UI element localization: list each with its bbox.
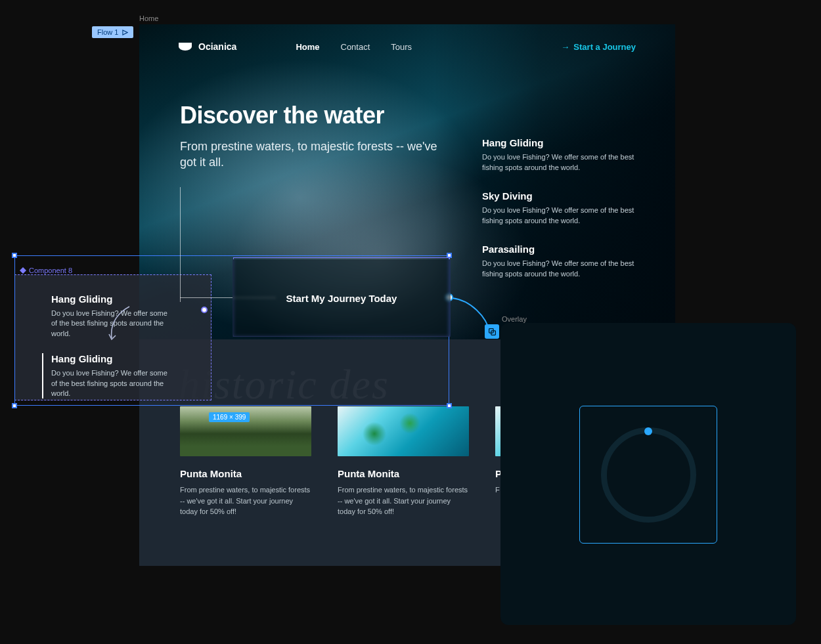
hero-subtitle: From prestine waters, to majestic forest…	[180, 139, 456, 171]
resize-handle[interactable]	[12, 403, 17, 408]
activity-list: Hang Gliding Do you love Fishing? We off…	[482, 137, 648, 297]
cta-banner-label: Start My Journey Today	[286, 293, 397, 304]
item-desc: Do you love Fishing? We offer some of th…	[51, 309, 175, 339]
card-desc: From prestine waters, to majestic forest…	[180, 484, 311, 517]
nav-item-contact[interactable]: Contact	[341, 42, 370, 52]
activity-item[interactable]: Hang Gliding Do you love Fishing? We off…	[482, 137, 648, 173]
topbar: Ocianica Home Contact Tours → Start a Jo…	[139, 24, 675, 52]
flow-badge-text: Flow 1	[97, 28, 118, 36]
nav-item-home[interactable]: Home	[296, 42, 319, 52]
card-title: Punta Monita	[338, 468, 469, 479]
component-icon	[20, 267, 26, 274]
arrow-right-icon: →	[561, 42, 569, 52]
hero-title: Discover the water	[180, 102, 456, 129]
svg-marker-1	[20, 267, 26, 274]
item-desc: Do you love Fishing? We offer some of th…	[51, 368, 175, 398]
list-item[interactable]: Hang Gliding Do you love Fishing? We off…	[51, 293, 175, 339]
destination-card[interactable]: Punta Monita From prestine waters, to ma…	[338, 406, 469, 517]
activity-title: Parasailing	[482, 244, 648, 255]
overlay-frame-label[interactable]: Overlay	[502, 315, 527, 323]
component-label[interactable]: Component 8	[20, 267, 72, 274]
card-desc: From prestine waters, to majestic forest…	[338, 484, 469, 517]
brand-name: Ocianica	[198, 41, 236, 52]
nav-item-tours[interactable]: Tours	[391, 42, 412, 52]
component-label-text: Component 8	[29, 267, 72, 274]
logo-icon	[179, 43, 192, 51]
cta-banner[interactable]: Start My Journey Today	[233, 259, 451, 337]
interaction-icon[interactable]	[485, 324, 499, 339]
activity-desc: Do you love Fishing? We offer some of th…	[482, 152, 648, 173]
component8-frame[interactable]: Hang Gliding Do you love Fishing? We off…	[14, 274, 211, 400]
flow-badge[interactable]: Flow 1	[92, 26, 133, 38]
nav: Home Contact Tours	[296, 42, 412, 52]
card-title: Punta Monita	[180, 468, 311, 479]
guide-line-v	[180, 187, 181, 302]
destination-card[interactable]: Punta Monita From prestine waters, to ma…	[180, 406, 311, 517]
play-icon	[122, 30, 128, 35]
hero-section: Ocianica Home Contact Tours → Start a Jo…	[139, 24, 675, 339]
dial-icon	[601, 427, 696, 523]
activity-title: Hang Gliding	[482, 137, 648, 148]
prototype-endpoint[interactable]	[201, 307, 208, 313]
card-thumbnail	[338, 406, 469, 456]
cta-link-text: Start a Journey	[573, 42, 636, 52]
list-item[interactable]: Hang Gliding Do you love Fishing? We off…	[42, 353, 175, 398]
activity-item[interactable]: Parasailing Do you love Fishing? We offe…	[482, 244, 648, 280]
item-title: Hang Gliding	[51, 293, 175, 305]
brand[interactable]: Ocianica	[179, 41, 236, 52]
start-journey-link[interactable]: → Start a Journey	[561, 42, 636, 52]
activity-title: Sky Diving	[482, 190, 648, 202]
activity-desc: Do you love Fishing? We offer some of th…	[482, 259, 648, 280]
overlay-frame[interactable]	[500, 323, 796, 625]
activity-item[interactable]: Sky Diving Do you love Fishing? We offer…	[482, 190, 648, 226]
dimension-badge: 1169 × 399	[209, 412, 250, 422]
hero-copy: Discover the water From prestine waters,…	[180, 102, 456, 171]
overlay-preview-box[interactable]	[579, 406, 717, 544]
svg-marker-0	[123, 30, 127, 34]
item-title: Hang Gliding	[51, 353, 175, 364]
frame-title-label[interactable]: Home	[139, 14, 158, 22]
activity-desc: Do you love Fishing? We offer some of th…	[482, 205, 648, 226]
resize-handle[interactable]	[12, 253, 17, 258]
